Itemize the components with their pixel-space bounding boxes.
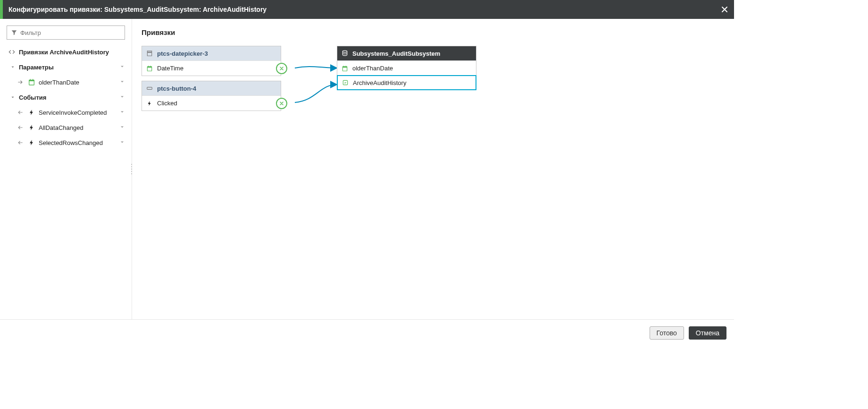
filter-box[interactable] xyxy=(7,26,125,40)
node-title: Subsystems_AuditSubsystem xyxy=(352,50,440,57)
port-label: olderThanDate xyxy=(352,65,393,72)
node-header[interactable]: Subsystems_AuditSubsystem xyxy=(337,46,476,60)
bindings-tree: Привязки ArchiveAuditHistory Параметры o… xyxy=(0,44,132,150)
done-button[interactable]: Готово xyxy=(650,326,684,340)
event-label: AllDataChanged xyxy=(39,124,117,131)
node-title: ptcs-datepicker-3 xyxy=(157,50,208,57)
port-label: ArchiveAuditHistory xyxy=(353,79,406,86)
arrow-right-icon xyxy=(16,79,25,85)
tree-section-events[interactable]: События xyxy=(0,90,132,105)
port-datetime[interactable]: DateTime xyxy=(142,60,281,76)
tree-section-params[interactable]: Параметры xyxy=(0,60,132,75)
arrow-left-icon xyxy=(16,124,25,131)
node-title: ptcs-button-4 xyxy=(157,85,196,92)
arrow-left-icon xyxy=(16,139,25,146)
widget-icon xyxy=(146,50,153,57)
button-icon xyxy=(146,85,153,92)
caret-icon[interactable] xyxy=(119,109,127,116)
event-label: SelectedRowsChanged xyxy=(39,139,117,146)
close-button[interactable] xyxy=(715,0,734,19)
dialog-title: Конфигурировать привязки: Subsystems_Aud… xyxy=(3,6,715,13)
node-subsystem[interactable]: Subsystems_AuditSubsystem olderThanDate … xyxy=(337,46,476,90)
diagram: ptcs-datepicker-3 DateTime ptcs-butto xyxy=(142,46,519,169)
svg-point-1 xyxy=(342,51,347,52)
caret-icon[interactable] xyxy=(119,124,127,131)
tree-root-label: Привязки ArchiveAuditHistory xyxy=(19,49,127,56)
svg-rect-0 xyxy=(147,87,152,90)
port-label: DateTime xyxy=(157,65,184,72)
caret-icon[interactable] xyxy=(119,139,127,146)
chevron-down-icon xyxy=(9,65,16,69)
node-header[interactable]: ptcs-datepicker-3 xyxy=(142,46,281,60)
port-olderthandate[interactable]: olderThanDate xyxy=(337,60,476,76)
filter-input[interactable] xyxy=(20,29,121,36)
port-archiveaudithistory[interactable]: ArchiveAuditHistory xyxy=(337,75,476,90)
x-icon xyxy=(279,66,284,71)
lightning-icon xyxy=(146,100,153,107)
dialog-footer: Готово Отмена xyxy=(0,320,734,346)
calendar-icon xyxy=(146,65,153,72)
canvas: Привязки pt xyxy=(132,19,734,319)
section-events-label: События xyxy=(19,94,117,101)
tree-root[interactable]: Привязки ArchiveAuditHistory xyxy=(0,44,132,60)
caret-icon[interactable] xyxy=(119,64,127,71)
service-icon xyxy=(342,79,349,86)
tree-item-selectedrowschanged[interactable]: SelectedRowsChanged xyxy=(0,135,132,150)
dialog-header: Конфигурировать привязки: Subsystems_Aud… xyxy=(0,0,734,19)
port-label: Clicked xyxy=(157,100,177,107)
canvas-title: Привязки xyxy=(142,28,725,36)
caret-icon[interactable] xyxy=(119,94,127,101)
tree-item-alldatachanged[interactable]: AllDataChanged xyxy=(0,120,132,135)
code-icon xyxy=(8,48,16,56)
cancel-button[interactable]: Отмена xyxy=(689,326,726,340)
param-label: olderThanDate xyxy=(39,79,117,86)
node-datepicker[interactable]: ptcs-datepicker-3 DateTime xyxy=(142,46,281,76)
event-label: ServiceInvokeCompleted xyxy=(39,109,117,116)
calendar-icon xyxy=(341,65,349,72)
sidebar: Привязки ArchiveAuditHistory Параметры o… xyxy=(0,19,132,319)
remove-binding-button[interactable] xyxy=(276,63,287,74)
tree-item-serviceinvokecompleted[interactable]: ServiceInvokeCompleted xyxy=(0,105,132,120)
chevron-down-icon xyxy=(9,95,16,100)
caret-icon[interactable] xyxy=(119,79,127,86)
port-clicked[interactable]: Clicked xyxy=(142,95,281,111)
lightning-icon xyxy=(27,124,36,131)
remove-binding-button[interactable] xyxy=(276,98,287,109)
close-icon xyxy=(720,5,729,14)
node-button[interactable]: ptcs-button-4 Clicked xyxy=(142,81,281,111)
lightning-icon xyxy=(27,109,36,116)
funnel-icon xyxy=(11,29,17,36)
lightning-icon xyxy=(27,139,36,146)
arrow-left-icon xyxy=(16,109,25,116)
section-params-label: Параметры xyxy=(19,64,117,71)
calendar-icon xyxy=(27,78,36,86)
tree-item-olderthandate[interactable]: olderThanDate xyxy=(0,75,132,90)
node-header[interactable]: ptcs-button-4 xyxy=(142,81,281,95)
x-icon xyxy=(279,101,284,106)
database-icon xyxy=(341,50,349,57)
